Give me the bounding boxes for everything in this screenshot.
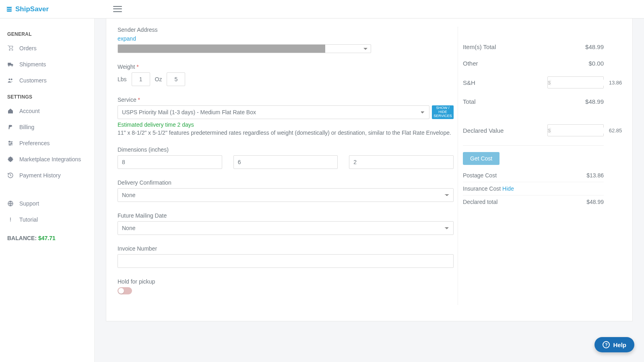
- help-label: Help: [613, 341, 626, 348]
- lbs-input[interactable]: [132, 72, 150, 86]
- svg-point-0: [8, 78, 10, 80]
- help-icon: ?: [603, 341, 610, 348]
- service-label: Service *: [118, 97, 454, 103]
- sidebar-item-integrations[interactable]: Marketplace Integrations: [0, 151, 94, 167]
- sh-label: S&H: [463, 79, 475, 86]
- logo[interactable]: ShipSaver: [6, 5, 49, 13]
- sidebar-item-shipments[interactable]: Shipments: [0, 56, 94, 72]
- items-total-value: $48.99: [585, 43, 604, 50]
- puzzle-icon: [7, 156, 14, 162]
- svg-point-2: [9, 141, 10, 142]
- show-hide-services-button[interactable]: SHOW / HIDE SERVICES: [432, 105, 454, 119]
- users-icon: [7, 77, 14, 84]
- estimated-delivery: Estimated delivery time 2 days: [118, 121, 454, 128]
- future-mailing-select[interactable]: None: [118, 221, 454, 235]
- sidebar-item-label: Billing: [19, 124, 34, 130]
- dim-width-input[interactable]: [233, 155, 338, 169]
- sidebar-item-label: Account: [19, 108, 40, 114]
- sidebar-heading-general: GENERAL: [0, 28, 94, 40]
- sidebar: GENERAL Orders Shipments Customers SETTI…: [0, 19, 95, 362]
- future-mailing-label: Future Mailing Date: [118, 212, 454, 219]
- delivery-confirmation-select[interactable]: None: [118, 188, 454, 202]
- balance-value: $47.71: [38, 235, 56, 241]
- svg-point-1: [11, 78, 12, 80]
- sidebar-item-label: Preferences: [19, 140, 50, 146]
- sidebar-item-billing[interactable]: Billing: [0, 119, 94, 135]
- sidebar-item-label: Shipments: [19, 61, 46, 68]
- invoice-number-label: Invoice Number: [118, 245, 454, 252]
- balance-label: BALANCE:: [7, 235, 37, 241]
- lbs-label: Lbs: [118, 76, 127, 82]
- svg-point-4: [9, 144, 10, 146]
- paypal-icon: [7, 124, 14, 130]
- globe-icon: [7, 200, 14, 207]
- total-value: $48.99: [585, 98, 604, 105]
- sidebar-item-label: Payment History: [19, 172, 61, 179]
- sliders-icon: [7, 140, 14, 146]
- postage-cost-value: $13.86: [586, 172, 604, 179]
- sidebar-item-support[interactable]: Support: [0, 195, 94, 212]
- history-icon: [7, 172, 14, 179]
- sidebar-item-preferences[interactable]: Preferences: [0, 135, 94, 151]
- cart-icon: [7, 45, 14, 51]
- insurance-cost-label: Insurance Cost Hide: [463, 185, 514, 192]
- postage-cost-label: Postage Cost: [463, 172, 497, 179]
- truck-icon: [7, 61, 14, 68]
- expand-link[interactable]: expand: [118, 35, 136, 42]
- exclamation-icon: [7, 216, 14, 223]
- declared-value-input[interactable]: [551, 128, 625, 134]
- sidebar-heading-settings: SETTINGS: [0, 91, 94, 103]
- help-button[interactable]: ? Help: [594, 337, 634, 352]
- balance: BALANCE: $47.71: [0, 228, 94, 249]
- sender-address-select[interactable]: [118, 44, 371, 53]
- get-cost-button[interactable]: Get Cost: [463, 152, 500, 165]
- hold-pickup-label: Hold for pickup: [118, 278, 454, 285]
- topbar: ShipSaver: [0, 0, 644, 19]
- sh-input[interactable]: [551, 80, 625, 86]
- declared-value-label: Declared Value: [463, 127, 504, 134]
- logo-text: ShipSaver: [15, 5, 49, 13]
- hold-pickup-toggle[interactable]: [118, 287, 132, 294]
- menu-toggle[interactable]: [113, 5, 122, 13]
- declared-total-label: Declared total: [463, 199, 497, 205]
- dim-height-input[interactable]: [349, 155, 454, 169]
- logo-icon: [6, 6, 13, 13]
- sidebar-item-account[interactable]: Account: [0, 103, 94, 119]
- other-value: $0.00: [588, 60, 604, 67]
- sidebar-item-label: Support: [19, 200, 39, 207]
- sidebar-item-customers[interactable]: Customers: [0, 72, 94, 88]
- items-total-label: Item(s) Total: [463, 43, 496, 50]
- sidebar-item-label: Marketplace Integrations: [19, 156, 81, 162]
- sidebar-item-label: Tutorial: [19, 216, 38, 223]
- currency-symbol: $: [548, 80, 551, 86]
- weight-label: Weight *: [118, 64, 454, 70]
- delivery-confirmation-label: Delivery Confirmation: [118, 179, 454, 186]
- dimensions-label: Dimensions (inches): [118, 146, 454, 153]
- sh-input-wrap: $: [547, 76, 604, 88]
- service-description: 11" x 8-1/2" x 5-1/2" features predeterm…: [118, 130, 454, 136]
- total-label: Total: [463, 98, 476, 105]
- sidebar-item-tutorial[interactable]: Tutorial: [0, 212, 94, 228]
- oz-input[interactable]: [167, 72, 185, 86]
- insurance-hide-link[interactable]: Hide: [502, 185, 514, 192]
- declared-input-wrap: $: [547, 124, 604, 136]
- currency-symbol: $: [548, 128, 551, 134]
- declared-total-value: $48.99: [586, 199, 604, 205]
- summary-panel: Item(s) Total $48.99 Other $0.00 S&H $: [458, 27, 617, 305]
- sidebar-item-payment-history[interactable]: Payment History: [0, 167, 94, 183]
- home-icon: [7, 108, 14, 114]
- other-label: Other: [463, 60, 478, 67]
- svg-point-3: [11, 143, 12, 144]
- dim-length-input[interactable]: [118, 155, 222, 169]
- oz-label: Oz: [155, 76, 162, 82]
- sidebar-item-orders[interactable]: Orders: [0, 40, 94, 56]
- sender-address-label: Sender Address: [118, 27, 454, 33]
- sidebar-item-label: Orders: [19, 45, 37, 51]
- service-select[interactable]: USPS Priority Mail (1-3 days) - Medium F…: [118, 105, 429, 119]
- sidebar-item-label: Customers: [19, 77, 47, 84]
- invoice-number-input[interactable]: [118, 254, 454, 268]
